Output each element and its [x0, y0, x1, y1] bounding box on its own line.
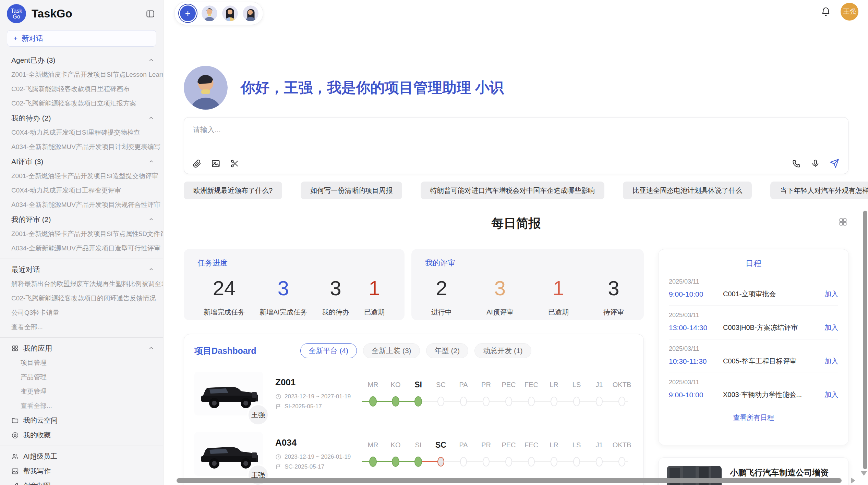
join-link[interactable]: 加入: [824, 357, 838, 366]
assistant-avatar-3[interactable]: [243, 5, 258, 21]
sidebar-header: Task Go TaskGo: [0, 0, 163, 23]
section-header-my-apps[interactable]: 我的应用: [0, 341, 163, 356]
chevron-up-icon: [148, 57, 154, 63]
sidebar-item[interactable]: A034-全新新能源MUV产品开发项目法规符合性评审: [0, 198, 163, 212]
chevron-up-icon: [148, 266, 154, 273]
schedule-time: 9:00-10:00: [669, 391, 723, 399]
tab-powertrain[interactable]: 动总开发 (1): [474, 343, 531, 358]
insert-image-icon[interactable]: [211, 159, 220, 168]
recent-chat-item[interactable]: 解释最新出台的欧盟报废车法规再生塑料比例被调至15%...: [0, 277, 163, 291]
milestone-track: MR KO SI SC PA PR PEC FEC LR LS J1 OKTB: [362, 380, 633, 407]
chat-input[interactable]: [193, 126, 839, 134]
dashboard-tabs: 全新平台 (4) 全新上装 (3) 年型 (2) 动总开发 (1): [300, 343, 531, 358]
milestone-label-current: SC: [435, 440, 446, 450]
milestone-dot-done: [369, 396, 377, 407]
suggestion-chip[interactable]: 当下年轻人对汽车外观有怎样的喜好趋势: [770, 182, 868, 199]
sidebar-item[interactable]: A034-全新新能源MUV产品开发项目造型可行性评审: [0, 241, 163, 256]
recent-chat-item[interactable]: C02-飞腾新能源轻客改款项目的闭环通告反馈情况: [0, 291, 163, 306]
horizontal-scrollbar[interactable]: [177, 478, 842, 483]
view-all-chats-link[interactable]: 查看全部...: [0, 320, 163, 334]
recent-chat-item[interactable]: 公司Q3轻卡销量: [0, 306, 163, 320]
tab-model-year[interactable]: 年型 (2): [426, 343, 469, 358]
plus-icon: +: [13, 34, 17, 42]
milestone-dot-future: [460, 397, 467, 406]
chevron-up-icon: [148, 216, 154, 223]
project-dates: 2023-12-19 ~ 2026-01-19: [275, 453, 362, 460]
assistant-avatar-2[interactable]: [222, 5, 238, 21]
project-flag-milestone: SI-2025-05-17: [275, 403, 362, 410]
suggestion-chip[interactable]: 特朗普可能对进口汽车增税会对中国车企造成哪些影响: [421, 182, 604, 199]
sidebar-item[interactable]: C02-飞腾新能源轻客改款项目立项汇报方案: [0, 96, 163, 111]
vertical-scrollbar[interactable]: [863, 211, 867, 469]
join-link[interactable]: 加入: [824, 323, 838, 332]
milestone-track: MR KO SI SC PA PR PEC FEC LR LS J1 OKTB: [362, 440, 633, 468]
apps-grid-icon: [11, 345, 19, 352]
app-item-change-mgmt[interactable]: 变更管理: [0, 384, 163, 399]
send-icon[interactable]: [830, 159, 839, 168]
sidebar-item[interactable]: C0X4-动力总成开发项目SI里程碑提交物检查: [0, 125, 163, 140]
scroll-down-arrow[interactable]: [861, 471, 867, 476]
section-header-my-review[interactable]: 我的评审 (2): [0, 212, 163, 227]
suggestion-chip[interactable]: 比亚迪全固态电池计划具体说了什么: [623, 182, 752, 199]
plus-icon: [184, 9, 192, 17]
section-header-ai-review[interactable]: AI评审 (3): [0, 154, 163, 169]
input-tools-right: [792, 159, 839, 168]
sidebar-item[interactable]: C02-飞腾新能源轻客改款项目里程碑画布: [0, 82, 163, 96]
layout-grid-icon[interactable]: [838, 217, 848, 227]
assistant-avatar-1[interactable]: [202, 5, 217, 21]
phone-call-icon[interactable]: [792, 159, 801, 168]
view-all-schedule-link[interactable]: 查看所有日程: [669, 406, 838, 429]
app-item-project-mgmt[interactable]: 项目管理: [0, 356, 163, 370]
join-link[interactable]: 加入: [824, 390, 838, 399]
section-header-my-todo[interactable]: 我的待办 (2): [0, 111, 163, 125]
sidebar-collapse-icon[interactable]: [146, 9, 155, 18]
schedule-time: 13:00-14:30: [669, 324, 723, 332]
milestone-dot-future: [460, 457, 467, 467]
milestone-dot-future: [573, 457, 580, 467]
sidebar-item-favorites[interactable]: 我的收藏: [0, 428, 163, 443]
sidebar-item[interactable]: Z001-全新燃油轻卡产品开发项目SI造型提交物评审: [0, 169, 163, 183]
app-logo: Task Go: [7, 4, 26, 23]
user-avatar[interactable]: 王强: [841, 3, 858, 21]
milestone-label: FEC: [525, 441, 538, 449]
tab-new-platform[interactable]: 全新平台 (4): [300, 343, 357, 358]
sidebar-item-creative-drawing[interactable]: 创意制图: [0, 478, 163, 485]
attachment-icon[interactable]: [192, 159, 202, 168]
tab-new-body[interactable]: 全新上装 (3): [363, 343, 420, 358]
project-row[interactable]: 王强 Z001 2023-12-19 ~ 2027-01-19 SI-2025-…: [184, 369, 643, 419]
milestone-dot-future: [596, 397, 603, 406]
suggestion-chip[interactable]: 欧洲新规最近颁布了什么?: [184, 182, 282, 199]
sidebar-item[interactable]: Z001-全新燃油皮卡产品开发项目SI节点Lesson Learn报告: [0, 67, 163, 82]
join-link[interactable]: 加入: [824, 289, 838, 299]
clock-icon: [275, 454, 281, 460]
sidebar-item-ai-super-staff[interactable]: AI超级员工: [0, 449, 163, 464]
microphone-icon[interactable]: [811, 159, 820, 168]
flag-icon: [275, 403, 281, 410]
snippet-scissors-icon[interactable]: [230, 159, 239, 168]
milestone-label: PEC: [502, 381, 516, 389]
schedule-date: 2025/03/11: [669, 278, 838, 285]
sidebar-item[interactable]: Z001-全新燃油轻卡产品开发项目SI节点属性5D文件评审: [0, 227, 163, 241]
sidebar-item[interactable]: A034-全新新能源MUV产品开发项目计划变更表编写: [0, 140, 163, 154]
scroll-right-arrow[interactable]: [851, 477, 855, 484]
milestone-label: SI: [415, 441, 422, 449]
project-dashboard-card: 项目Dashboard 全新平台 (4) 全新上装 (3) 年型 (2) 动总开…: [184, 334, 644, 485]
divider: [0, 446, 163, 446]
notification-bell-icon[interactable]: [821, 7, 831, 17]
input-tools-left: [192, 159, 239, 168]
sidebar-item[interactable]: C0X4-动力总成开发项目工程变更评审: [0, 183, 163, 198]
milestone-label: FEC: [525, 381, 538, 389]
sidebar-item-cloud-space[interactable]: 我的云空间: [0, 413, 163, 428]
section-header-recent-chats[interactable]: 最近对话: [0, 262, 163, 277]
add-assistant-button[interactable]: [180, 5, 196, 21]
milestone-dot-future: [505, 457, 512, 467]
sidebar-item-help-me-write[interactable]: 帮我写作: [0, 464, 163, 478]
new-chat-button[interactable]: + 新对话: [7, 30, 156, 47]
suggestion-chip[interactable]: 如何写一份清晰的项目周报: [301, 182, 402, 199]
section-header-agent-done[interactable]: Agent已办 (3): [0, 53, 163, 67]
project-row[interactable]: 王强 A034 2023-12-19 ~ 2026-01-19 SC-2025-…: [184, 429, 643, 479]
stat-in-progress: 2 进行中: [431, 276, 452, 317]
app-item-product-mgmt[interactable]: 产品管理: [0, 370, 163, 384]
dashboard-header: 项目Dashboard 全新平台 (4) 全新上装 (3) 年型 (2) 动总开…: [184, 334, 643, 358]
view-all-apps-link[interactable]: 查看全部...: [0, 399, 163, 413]
